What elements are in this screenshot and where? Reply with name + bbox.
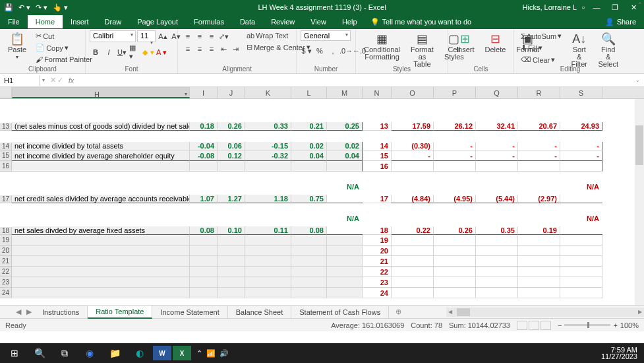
cell[interactable] <box>245 277 291 288</box>
cell[interactable] <box>434 288 476 298</box>
cell[interactable] <box>392 267 434 277</box>
cell[interactable]: -0.32 <box>245 150 291 161</box>
row-header[interactable]: 18 <box>0 227 12 235</box>
cell[interactable] <box>190 256 218 267</box>
cell[interactable]: 14 <box>363 142 392 150</box>
cell[interactable]: (2.97) <box>518 195 560 203</box>
cell[interactable]: 23 <box>363 277 392 288</box>
align-center-icon[interactable]: ≡ <box>194 43 206 55</box>
cell[interactable]: 22 <box>363 267 392 277</box>
delete-cells-button[interactable]: ⊟Delete <box>481 30 510 55</box>
col-header-O[interactable]: O <box>392 87 434 98</box>
tab-help[interactable]: Help <box>334 15 365 28</box>
cell[interactable]: - <box>434 142 476 150</box>
cell[interactable]: (4.95) <box>434 195 476 203</box>
cell[interactable] <box>12 235 190 246</box>
word-icon[interactable]: W <box>153 346 171 360</box>
cell[interactable]: -0.04 <box>190 142 218 150</box>
undo-icon[interactable]: ↶ ▾ <box>18 3 30 12</box>
search-button[interactable]: 🔍 <box>28 345 51 362</box>
vertical-scrollbar[interactable] <box>635 99 644 305</box>
cell[interactable]: 0.21 <box>291 122 327 131</box>
fill-color-button[interactable]: ◆ ▾ <box>142 46 154 58</box>
row-header[interactable]: 13 <box>0 123 12 131</box>
font-name-select[interactable]: Calibri <box>90 30 136 42</box>
bold-button[interactable]: B <box>90 46 102 58</box>
cell[interactable]: 13 <box>363 122 392 131</box>
cell[interactable] <box>434 256 476 267</box>
find-select-button[interactable]: 🔍Find & Select <box>594 30 622 69</box>
row-header[interactable]: 23 <box>0 277 12 288</box>
cell[interactable] <box>245 256 291 267</box>
sheet-tab-ratio-template[interactable]: Ratio Template <box>88 306 152 319</box>
align-top-icon[interactable]: ≡ <box>182 30 194 42</box>
tray-chevron-icon[interactable]: ⌃ <box>196 349 202 358</box>
cell[interactable]: 0.22 <box>392 226 434 235</box>
cell[interactable]: 0.02 <box>327 142 363 150</box>
cell[interactable] <box>218 161 245 172</box>
excel-icon[interactable]: X <box>173 346 191 360</box>
format-as-table-button[interactable]: ▤Format as Table <box>407 30 438 69</box>
cell[interactable]: - <box>434 150 476 161</box>
cell[interactable] <box>190 161 218 172</box>
cell[interactable] <box>12 246 190 256</box>
col-header-R[interactable]: R <box>518 87 560 98</box>
col-header-N[interactable]: N <box>363 87 392 98</box>
cell[interactable] <box>245 288 291 298</box>
tab-formulas[interactable]: Formulas <box>186 15 232 28</box>
cell[interactable] <box>560 267 602 277</box>
cell[interactable] <box>190 246 218 256</box>
cell[interactable] <box>218 267 245 277</box>
start-button[interactable]: ⊞ <box>3 345 26 362</box>
cell[interactable]: N/A <box>327 234 363 235</box>
cell[interactable]: 0.11 <box>245 226 291 235</box>
row-header[interactable]: 20 <box>0 246 12 256</box>
cell[interactable] <box>12 256 190 267</box>
cell[interactable]: - <box>476 142 518 150</box>
cell[interactable] <box>218 256 245 267</box>
cell[interactable] <box>218 246 245 256</box>
cell[interactable] <box>560 288 602 298</box>
cell[interactable] <box>392 235 434 246</box>
row-header[interactable]: 17 <box>0 195 12 203</box>
cell[interactable]: 1.18 <box>245 195 291 203</box>
align-bottom-icon[interactable]: ≡ <box>206 30 218 42</box>
cell[interactable] <box>291 267 327 277</box>
font-size-select[interactable]: 11 <box>137 30 156 42</box>
cell[interactable]: 20.67 <box>518 122 560 131</box>
cell[interactable]: net sales divded by average fixed assets <box>12 226 190 235</box>
increase-indent-icon[interactable]: ⇥ <box>229 43 241 55</box>
cell[interactable] <box>245 161 291 172</box>
orientation-icon[interactable]: ⤢▾ <box>218 30 229 42</box>
cell[interactable]: N/A <box>560 234 602 235</box>
tab-draw[interactable]: Draw <box>97 15 130 28</box>
cell[interactable] <box>190 267 218 277</box>
tab-view[interactable]: View <box>303 15 334 28</box>
tab-insert[interactable]: Insert <box>63 15 97 28</box>
cell[interactable]: 0.26 <box>434 226 476 235</box>
cell[interactable]: 0.06 <box>218 142 245 150</box>
cell[interactable] <box>476 246 518 256</box>
cell[interactable] <box>245 235 291 246</box>
cell[interactable] <box>190 235 218 246</box>
cell[interactable] <box>12 161 190 172</box>
cancel-formula-icon[interactable]: ✕ <box>50 76 56 84</box>
cell[interactable]: 1.07 <box>190 195 218 203</box>
align-middle-icon[interactable]: ≡ <box>194 30 206 42</box>
cell[interactable] <box>434 277 476 288</box>
view-switcher[interactable] <box>517 321 551 330</box>
cell[interactable] <box>218 288 245 298</box>
cell[interactable] <box>476 288 518 298</box>
cell[interactable] <box>476 267 518 277</box>
app-icon[interactable]: ◐ <box>128 345 152 362</box>
col-header-I[interactable]: I <box>190 87 218 98</box>
cell[interactable] <box>245 267 291 277</box>
cell[interactable]: - <box>476 150 518 161</box>
cell[interactable]: 0.02 <box>291 142 327 150</box>
row-header[interactable]: 19 <box>0 235 12 246</box>
cell[interactable] <box>476 256 518 267</box>
cell[interactable] <box>518 288 560 298</box>
cell[interactable] <box>560 256 602 267</box>
user-name[interactable]: Hicks, Lorraine L <box>523 3 577 11</box>
cell[interactable] <box>560 246 602 256</box>
